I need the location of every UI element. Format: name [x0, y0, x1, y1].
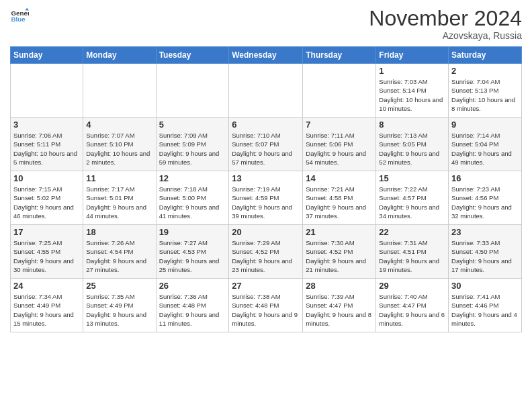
- week-row-3: 17Sunrise: 7:25 AM Sunset: 4:55 PM Dayli…: [11, 225, 522, 279]
- col-friday: Friday: [376, 47, 449, 64]
- day-number: 20: [232, 227, 300, 237]
- day-info: Sunrise: 7:04 AM Sunset: 5:13 PM Dayligh…: [451, 77, 519, 113]
- day-number: 23: [451, 227, 519, 237]
- col-sunday: Sunday: [11, 47, 83, 64]
- day-cell: [303, 64, 376, 118]
- day-cell: 30Sunrise: 7:41 AM Sunset: 4:46 PM Dayli…: [449, 279, 522, 332]
- col-tuesday: Tuesday: [156, 47, 229, 64]
- day-number: 2: [451, 66, 519, 76]
- day-number: 4: [86, 120, 152, 130]
- day-cell: 14Sunrise: 7:21 AM Sunset: 4:58 PM Dayli…: [303, 171, 376, 225]
- day-number: 30: [451, 281, 519, 291]
- day-cell: [156, 64, 229, 118]
- day-number: 11: [86, 173, 152, 183]
- day-cell: 21Sunrise: 7:30 AM Sunset: 4:52 PM Dayli…: [303, 225, 376, 279]
- day-cell: 28Sunrise: 7:39 AM Sunset: 4:47 PM Dayli…: [303, 279, 376, 332]
- day-cell: 25Sunrise: 7:35 AM Sunset: 4:49 PM Dayli…: [83, 279, 156, 332]
- day-number: 28: [306, 281, 373, 291]
- day-cell: 4Sunrise: 7:07 AM Sunset: 5:10 PM Daylig…: [83, 118, 156, 171]
- day-number: 18: [86, 227, 152, 237]
- day-cell: [11, 64, 83, 118]
- day-cell: 15Sunrise: 7:22 AM Sunset: 4:57 PM Dayli…: [376, 171, 449, 225]
- day-info: Sunrise: 7:34 AM Sunset: 4:49 PM Dayligh…: [13, 292, 80, 328]
- day-number: 27: [232, 281, 300, 291]
- col-saturday: Saturday: [449, 47, 522, 64]
- day-info: Sunrise: 7:31 AM Sunset: 4:51 PM Dayligh…: [379, 238, 445, 274]
- day-cell: 27Sunrise: 7:38 AM Sunset: 4:48 PM Dayli…: [229, 279, 303, 332]
- day-info: Sunrise: 7:30 AM Sunset: 4:52 PM Dayligh…: [306, 238, 373, 274]
- day-cell: 2Sunrise: 7:04 AM Sunset: 5:13 PM Daylig…: [449, 64, 522, 118]
- day-cell: 17Sunrise: 7:25 AM Sunset: 4:55 PM Dayli…: [11, 225, 83, 279]
- svg-text:Blue: Blue: [11, 15, 26, 23]
- day-cell: [229, 64, 303, 118]
- day-cell: 7Sunrise: 7:11 AM Sunset: 5:06 PM Daylig…: [303, 118, 376, 171]
- day-number: 16: [451, 173, 519, 183]
- title-area: November 2024 Azovskaya, Russia: [369, 7, 522, 41]
- day-cell: 19Sunrise: 7:27 AM Sunset: 4:53 PM Dayli…: [156, 225, 229, 279]
- day-cell: 26Sunrise: 7:36 AM Sunset: 4:48 PM Dayli…: [156, 279, 229, 332]
- day-info: Sunrise: 7:07 AM Sunset: 5:10 PM Dayligh…: [86, 131, 152, 167]
- day-cell: 9Sunrise: 7:14 AM Sunset: 5:04 PM Daylig…: [449, 118, 522, 171]
- logo: General Blue: [10, 7, 29, 26]
- day-info: Sunrise: 7:26 AM Sunset: 4:54 PM Dayligh…: [86, 238, 152, 274]
- day-number: 7: [306, 120, 373, 130]
- day-number: 14: [306, 173, 373, 183]
- day-info: Sunrise: 7:25 AM Sunset: 4:55 PM Dayligh…: [13, 238, 80, 274]
- day-cell: 20Sunrise: 7:29 AM Sunset: 4:52 PM Dayli…: [229, 225, 303, 279]
- day-number: 26: [159, 281, 226, 291]
- day-number: 24: [13, 281, 80, 291]
- day-cell: 12Sunrise: 7:18 AM Sunset: 5:00 PM Dayli…: [156, 171, 229, 225]
- day-info: Sunrise: 7:22 AM Sunset: 4:57 PM Dayligh…: [379, 185, 445, 220]
- day-cell: 6Sunrise: 7:10 AM Sunset: 5:07 PM Daylig…: [229, 118, 303, 171]
- day-info: Sunrise: 7:27 AM Sunset: 4:53 PM Dayligh…: [159, 238, 226, 274]
- week-row-1: 3Sunrise: 7:06 AM Sunset: 5:11 PM Daylig…: [11, 118, 522, 171]
- day-info: Sunrise: 7:10 AM Sunset: 5:07 PM Dayligh…: [232, 131, 300, 167]
- day-cell: 16Sunrise: 7:23 AM Sunset: 4:56 PM Dayli…: [449, 171, 522, 225]
- day-info: Sunrise: 7:33 AM Sunset: 4:50 PM Dayligh…: [451, 238, 519, 274]
- day-cell: 29Sunrise: 7:40 AM Sunset: 4:47 PM Dayli…: [376, 279, 449, 332]
- day-cell: 3Sunrise: 7:06 AM Sunset: 5:11 PM Daylig…: [11, 118, 83, 171]
- day-cell: 8Sunrise: 7:13 AM Sunset: 5:05 PM Daylig…: [376, 118, 449, 171]
- location: Azovskaya, Russia: [369, 30, 522, 41]
- week-row-2: 10Sunrise: 7:15 AM Sunset: 5:02 PM Dayli…: [11, 171, 522, 225]
- day-number: 8: [379, 120, 445, 130]
- day-number: 17: [13, 227, 80, 237]
- day-number: 25: [86, 281, 152, 291]
- col-wednesday: Wednesday: [229, 47, 303, 64]
- day-number: 10: [13, 173, 80, 183]
- day-info: Sunrise: 7:14 AM Sunset: 5:04 PM Dayligh…: [451, 131, 519, 167]
- day-cell: 22Sunrise: 7:31 AM Sunset: 4:51 PM Dayli…: [376, 225, 449, 279]
- day-number: 19: [159, 227, 226, 237]
- day-info: Sunrise: 7:17 AM Sunset: 5:01 PM Dayligh…: [86, 185, 152, 220]
- day-info: Sunrise: 7:36 AM Sunset: 4:48 PM Dayligh…: [159, 292, 226, 328]
- day-cell: 5Sunrise: 7:09 AM Sunset: 5:09 PM Daylig…: [156, 118, 229, 171]
- day-info: Sunrise: 7:09 AM Sunset: 5:09 PM Dayligh…: [159, 131, 226, 167]
- day-number: 12: [159, 173, 226, 183]
- day-info: Sunrise: 7:18 AM Sunset: 5:00 PM Dayligh…: [159, 185, 226, 220]
- day-info: Sunrise: 7:19 AM Sunset: 4:59 PM Dayligh…: [232, 185, 300, 220]
- day-cell: 11Sunrise: 7:17 AM Sunset: 5:01 PM Dayli…: [83, 171, 156, 225]
- calendar-table: Sunday Monday Tuesday Wednesday Thursday…: [10, 46, 522, 332]
- day-number: 1: [379, 66, 445, 76]
- day-cell: 24Sunrise: 7:34 AM Sunset: 4:49 PM Dayli…: [11, 279, 83, 332]
- day-number: 6: [232, 120, 300, 130]
- day-info: Sunrise: 7:23 AM Sunset: 4:56 PM Dayligh…: [451, 185, 519, 220]
- day-number: 15: [379, 173, 445, 183]
- day-info: Sunrise: 7:40 AM Sunset: 4:47 PM Dayligh…: [379, 292, 445, 328]
- day-cell: [83, 64, 156, 118]
- day-info: Sunrise: 7:03 AM Sunset: 5:14 PM Dayligh…: [379, 77, 445, 113]
- day-number: 5: [159, 120, 226, 130]
- page-container: General Blue November 2024 Azovskaya, Ru…: [0, 0, 532, 336]
- week-row-4: 24Sunrise: 7:34 AM Sunset: 4:49 PM Dayli…: [11, 279, 522, 332]
- calendar-body: 1Sunrise: 7:03 AM Sunset: 5:14 PM Daylig…: [11, 64, 522, 332]
- day-info: Sunrise: 7:15 AM Sunset: 5:02 PM Dayligh…: [13, 185, 80, 220]
- col-monday: Monday: [83, 47, 156, 64]
- day-cell: 10Sunrise: 7:15 AM Sunset: 5:02 PM Dayli…: [11, 171, 83, 225]
- day-cell: 13Sunrise: 7:19 AM Sunset: 4:59 PM Dayli…: [229, 171, 303, 225]
- day-cell: 18Sunrise: 7:26 AM Sunset: 4:54 PM Dayli…: [83, 225, 156, 279]
- day-info: Sunrise: 7:35 AM Sunset: 4:49 PM Dayligh…: [86, 292, 152, 328]
- day-info: Sunrise: 7:13 AM Sunset: 5:05 PM Dayligh…: [379, 131, 445, 167]
- col-thursday: Thursday: [303, 47, 376, 64]
- month-title: November 2024: [369, 7, 522, 30]
- day-cell: 1Sunrise: 7:03 AM Sunset: 5:14 PM Daylig…: [376, 64, 449, 118]
